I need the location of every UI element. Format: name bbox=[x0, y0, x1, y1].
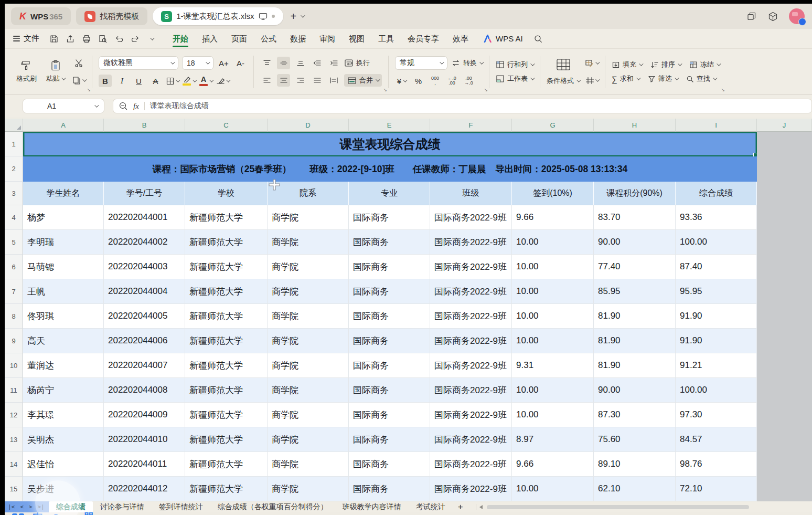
save-button[interactable] bbox=[47, 32, 61, 45]
percent-format-button[interactable]: % bbox=[412, 75, 425, 87]
cell-r4c1[interactable]: 杨梦 bbox=[23, 205, 104, 230]
column-title-3[interactable]: 学校 bbox=[185, 182, 268, 205]
menu-item-6[interactable]: 审阅 bbox=[313, 29, 342, 48]
file-menu-button[interactable]: 文件 bbox=[12, 34, 45, 44]
cell-r12c7[interactable]: 10.00 bbox=[512, 403, 594, 427]
cell-r12c6[interactable]: 国际商务2022-9班 bbox=[430, 403, 512, 427]
row-header-6[interactable]: 6 bbox=[5, 255, 23, 279]
decrease-decimal-button[interactable]: .00→.0 bbox=[462, 75, 475, 87]
document-tab[interactable]: S 1-课堂表现汇总表.xlsx bbox=[153, 7, 283, 25]
align-top-button[interactable] bbox=[260, 57, 273, 69]
cell-r6c4[interactable]: 商学院 bbox=[268, 255, 349, 279]
merged-info-cell[interactable]: 课程：国际市场营销（25春季班） 班级：2022-[9-10]班 任课教师：丁晨… bbox=[23, 156, 757, 182]
cell-r8c5[interactable]: 国际商务 bbox=[349, 304, 430, 329]
menu-item-9[interactable]: 会员专享 bbox=[401, 29, 446, 48]
cell-r11c2[interactable]: 202202044008 bbox=[104, 378, 185, 403]
column-title-6[interactable]: 班级 bbox=[430, 182, 512, 205]
cell-r9c5[interactable]: 国际商务 bbox=[349, 329, 430, 353]
cell-r12c4[interactable]: 商学院 bbox=[268, 403, 349, 427]
cell-r6c8[interactable]: 77.40 bbox=[594, 255, 676, 279]
cell-r13c8[interactable]: 75.60 bbox=[594, 427, 676, 452]
cell-r7c5[interactable]: 国际商务 bbox=[349, 279, 430, 304]
eraser-button[interactable] bbox=[216, 75, 229, 87]
sort-button[interactable]: 排序 bbox=[650, 60, 681, 69]
cell-r7c9[interactable]: 95.95 bbox=[676, 279, 757, 304]
cell-r5c1[interactable]: 李明瑞 bbox=[23, 230, 104, 255]
cell-r15c4[interactable]: 商学院 bbox=[268, 477, 349, 501]
row-header-12[interactable]: 12 bbox=[5, 403, 23, 427]
cell-r7c2[interactable]: 202202044004 bbox=[104, 279, 185, 304]
app-tab-template-store[interactable]: 找稻壳模板 bbox=[76, 7, 147, 25]
menu-search-button[interactable] bbox=[531, 32, 546, 45]
row-header-15[interactable]: 15 bbox=[5, 477, 23, 501]
cell-r13c2[interactable]: 202202044010 bbox=[104, 427, 185, 452]
cell-r11c4[interactable]: 商学院 bbox=[268, 378, 349, 403]
redo-button[interactable] bbox=[128, 32, 142, 45]
cell-r9c8[interactable]: 81.90 bbox=[594, 329, 676, 353]
menu-item-7[interactable]: 视图 bbox=[342, 29, 371, 48]
find-replace-button[interactable] bbox=[95, 32, 110, 45]
number-format-select[interactable]: 常规 bbox=[395, 56, 447, 70]
cell-r8c3[interactable]: 新疆师范大学 bbox=[185, 304, 268, 329]
clipboard-group-expander-icon[interactable]: ↘ bbox=[87, 87, 91, 92]
cell-r8c7[interactable]: 10.00 bbox=[512, 304, 594, 329]
cell-r4c3[interactable]: 新疆师范大学 bbox=[185, 205, 268, 230]
font-color-button[interactable]: A bbox=[199, 75, 212, 87]
alignment-group-expander-icon[interactable]: ↘ bbox=[383, 87, 387, 92]
column-header-G[interactable]: G bbox=[512, 119, 594, 132]
cell-r14c8[interactable]: 89.10 bbox=[594, 452, 676, 477]
cell-r15c3[interactable]: 新疆师范大学 bbox=[185, 477, 268, 501]
thousands-format-button[interactable]: 000, bbox=[429, 75, 442, 87]
menu-item-2[interactable]: 插入 bbox=[195, 29, 225, 48]
restore-window-icon[interactable] bbox=[746, 11, 757, 22]
column-header-H[interactable]: H bbox=[594, 119, 676, 132]
cell-r8c6[interactable]: 国际商务2022-9班 bbox=[430, 304, 512, 329]
cell-r15c6[interactable]: 国际商务2022-9班 bbox=[430, 477, 512, 501]
number-group-expander-icon[interactable]: ↘ bbox=[484, 87, 488, 92]
cell-r6c5[interactable]: 国际商务 bbox=[349, 255, 430, 279]
cell-r5c6[interactable]: 国际商务2022-9班 bbox=[430, 230, 512, 255]
cell-r10c5[interactable]: 国际商务 bbox=[349, 353, 430, 378]
editing-group-expander-icon[interactable]: ↘ bbox=[721, 87, 725, 92]
cell-r10c9[interactable]: 91.21 bbox=[676, 353, 757, 378]
cell-r14c9[interactable]: 98.76 bbox=[676, 452, 757, 477]
cell-r14c5[interactable]: 国际商务 bbox=[349, 452, 430, 477]
fill-button[interactable]: 填充 bbox=[612, 60, 642, 69]
column-title-1[interactable]: 学生姓名 bbox=[23, 182, 104, 205]
row-header-2[interactable]: 2 bbox=[5, 156, 23, 182]
currency-format-button[interactable]: ¥ bbox=[395, 75, 408, 87]
cell-r13c1[interactable]: 吴明杰 bbox=[23, 427, 104, 452]
column-title-8[interactable]: 课程积分(90%) bbox=[594, 182, 676, 205]
cell-r14c1[interactable]: 迟佳怡 bbox=[23, 452, 104, 477]
cell-r7c4[interactable]: 商学院 bbox=[268, 279, 349, 304]
wrap-text-button[interactable]: 换行 bbox=[344, 58, 370, 68]
row-header-13[interactable]: 13 bbox=[5, 427, 23, 452]
underline-button[interactable]: U bbox=[132, 75, 145, 87]
cell-r4c2[interactable]: 202202044001 bbox=[104, 205, 185, 230]
next-sheet-button[interactable]: > bbox=[29, 503, 33, 510]
cell-r14c4[interactable]: 商学院 bbox=[268, 452, 349, 477]
autosum-button[interactable]: ∑求和 bbox=[612, 74, 639, 83]
menu-item-10[interactable]: 效率 bbox=[446, 29, 475, 48]
align-center-button[interactable] bbox=[277, 74, 290, 87]
taskbar-app1-icon[interactable] bbox=[12, 512, 24, 515]
format-painter-button[interactable]: 格式刷 bbox=[14, 59, 39, 85]
column-header-E[interactable]: E bbox=[349, 119, 430, 132]
cell-r4c4[interactable]: 商学院 bbox=[268, 205, 349, 230]
first-sheet-button[interactable]: |< bbox=[8, 503, 15, 510]
row-header-8[interactable]: 8 bbox=[5, 304, 23, 329]
borders-button[interactable] bbox=[166, 75, 179, 87]
cell-r15c7[interactable]: 10.00 bbox=[512, 477, 594, 501]
zoom-out-icon[interactable] bbox=[119, 101, 128, 111]
column-header-D[interactable]: D bbox=[268, 119, 349, 132]
cell-r13c3[interactable]: 新疆师范大学 bbox=[185, 427, 268, 452]
column-header-B[interactable]: B bbox=[104, 119, 185, 132]
cell-r6c6[interactable]: 国际商务2022-9班 bbox=[430, 255, 512, 279]
convert-button[interactable]: 转换 bbox=[451, 58, 483, 68]
row-header-10[interactable]: 10 bbox=[5, 353, 23, 378]
align-left-button[interactable] bbox=[260, 74, 273, 87]
row-header-11[interactable]: 11 bbox=[5, 378, 23, 403]
tab-list-chevron-icon[interactable] bbox=[301, 13, 305, 17]
user-avatar[interactable] bbox=[789, 8, 805, 24]
cell-r12c5[interactable]: 国际商务 bbox=[349, 403, 430, 427]
